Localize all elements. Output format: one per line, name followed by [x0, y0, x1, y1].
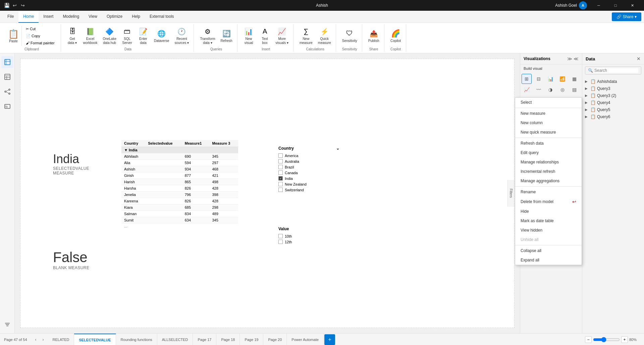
tab-allselected[interactable]: ALLSELECTED: [157, 334, 193, 345]
menu-refresh-data[interactable]: Refresh data: [515, 139, 582, 148]
viz-expand-icon[interactable]: ≫: [567, 56, 572, 61]
menu-new-column[interactable]: New column: [515, 118, 582, 128]
share-button[interactable]: 🔗 Share ▾: [612, 12, 641, 21]
canvas-area[interactable]: India SELECTEDVALUE Measure Country Sele…: [15, 53, 520, 333]
slicer-item-america[interactable]: America: [278, 153, 339, 158]
format-painter-button[interactable]: 🖌 Format painter: [24, 40, 57, 46]
sidebar-model-view[interactable]: [1, 86, 13, 98]
undo-icon[interactable]: ↩: [12, 3, 17, 8]
viz-donut-icon[interactable]: ◎: [557, 85, 568, 95]
add-page-button[interactable]: +: [324, 334, 335, 345]
tab-help[interactable]: Help: [127, 11, 145, 23]
menu-rename[interactable]: Rename: [515, 187, 582, 197]
cut-button[interactable]: ✂ Cut: [24, 26, 57, 32]
prev-page-button[interactable]: ‹: [33, 336, 39, 343]
tab-page20[interactable]: Page 20: [263, 334, 287, 345]
menu-view-hidden[interactable]: View hidden: [515, 226, 582, 235]
slicer-item-newzealand[interactable]: New Zealand: [278, 181, 339, 187]
sidebar-report-view[interactable]: [1, 56, 13, 68]
sidebar-dax-view[interactable]: fx: [1, 100, 13, 112]
tree-item-ashishdata[interactable]: ▶ 📋 Ashishdata: [582, 78, 644, 85]
viz-area-icon[interactable]: 〰: [534, 85, 544, 95]
copilot-button[interactable]: 🌈 Copilot: [388, 28, 403, 44]
slicer-item-10th[interactable]: 10th: [278, 233, 339, 239]
slicer-country[interactable]: Country ⌄ America Australia Brazil Canad…: [275, 143, 342, 196]
tab-related[interactable]: RELATED: [48, 334, 74, 345]
data-close-icon[interactable]: ✕: [637, 56, 641, 61]
user-info[interactable]: Ashish Goel A: [555, 1, 587, 9]
false-card[interactable]: False Blank Measure: [47, 244, 114, 276]
publish-button[interactable]: 📤 Publish: [366, 28, 381, 44]
menu-hide[interactable]: Hide: [515, 207, 582, 216]
checkbox-canada[interactable]: [278, 170, 283, 175]
viz-clustered-bar-icon[interactable]: ▦: [569, 74, 579, 84]
checkbox-10th[interactable]: [278, 234, 283, 238]
slicer-expand-icon[interactable]: ⌄: [336, 146, 339, 151]
slicer-item-india[interactable]: India: [278, 176, 339, 181]
menu-manage-aggregations[interactable]: Manage aggregations: [515, 176, 582, 186]
copy-button[interactable]: 📄 Copy: [24, 33, 57, 39]
viz-matrix-icon[interactable]: ⊟: [534, 74, 544, 84]
menu-mark-date-table[interactable]: Mark as date table: [515, 216, 582, 226]
save-icon[interactable]: 💾: [4, 3, 9, 8]
tab-optimize[interactable]: Optimize: [102, 11, 127, 23]
tab-rounding[interactable]: Rounding functions: [116, 334, 157, 345]
tab-selectedvalue[interactable]: SELECTEDVALUE: [74, 334, 116, 345]
slicer-item-australia[interactable]: Australia: [278, 158, 339, 164]
tab-insert[interactable]: Insert: [39, 11, 58, 23]
slicer-item-canada[interactable]: Canada: [278, 170, 339, 176]
tab-modeling[interactable]: Modeling: [58, 11, 84, 23]
onelake-button[interactable]: 🔷 OneLakedata hub: [101, 26, 118, 46]
tab-page17[interactable]: Page 17: [193, 334, 216, 345]
tab-file[interactable]: File: [3, 11, 18, 23]
tab-page19[interactable]: Page 19: [240, 334, 263, 345]
refresh-button[interactable]: 🔄 Refresh: [219, 28, 234, 44]
tree-item-query3-2[interactable]: ▶ 📋 Query3 (2): [582, 92, 644, 99]
transform-button[interactable]: ⚙ Transformdata ▾: [198, 26, 217, 46]
tab-view[interactable]: View: [84, 11, 102, 23]
viz-collapse-icon[interactable]: ≪: [574, 56, 579, 61]
checkbox-newzealand[interactable]: [278, 182, 283, 186]
search-input[interactable]: [594, 68, 638, 73]
slicer-item-brazil[interactable]: Brazil: [278, 164, 339, 170]
viz-treemap-icon[interactable]: ▤: [569, 85, 579, 95]
data-search-box[interactable]: 🔍: [585, 66, 641, 75]
menu-collapse-all[interactable]: Collapse all: [515, 246, 582, 255]
more-visuals-button[interactable]: 📈 Morevisuals ▾: [274, 26, 290, 46]
checkbox-12th[interactable]: [278, 240, 283, 244]
tree-item-query3[interactable]: ▶ 📋 Query3: [582, 85, 644, 92]
menu-new-quick-measure[interactable]: New quick measure: [515, 128, 582, 137]
filters-toggle[interactable]: Filters: [507, 180, 514, 207]
excel-button[interactable]: 📗 Excelworkbook: [81, 26, 100, 46]
quick-measure-button[interactable]: ⚡ Quickmeasure: [316, 26, 333, 46]
sql-button[interactable]: 🗃 SQLServer: [120, 26, 135, 46]
maximize-button[interactable]: □: [608, 0, 623, 11]
viz-bar-chart-icon[interactable]: 📊: [545, 74, 555, 84]
minimize-button[interactable]: ─: [591, 0, 606, 11]
menu-expand-all[interactable]: Expand all: [515, 255, 582, 265]
close-button[interactable]: ✕: [625, 0, 640, 11]
viz-stacked-bar-icon[interactable]: 📶: [557, 74, 568, 84]
tree-item-query4[interactable]: ▶ 📋 Query4: [582, 99, 644, 106]
checkbox-brazil[interactable]: [278, 165, 283, 169]
canvas[interactable]: India SELECTEDVALUE Measure Country Sele…: [20, 59, 515, 328]
zoom-slider[interactable]: [593, 337, 620, 342]
checkbox-america[interactable]: [278, 153, 283, 158]
checkbox-india[interactable]: [278, 176, 283, 181]
enter-data-button[interactable]: 📝 Enterdata: [136, 26, 151, 46]
slicer-item-switzerland[interactable]: Switzerland: [278, 187, 339, 193]
viz-table-icon[interactable]: ⊞: [522, 74, 532, 84]
slicer-item-12th[interactable]: 12th: [278, 239, 339, 245]
tab-home[interactable]: Home: [18, 11, 39, 23]
tab-page18[interactable]: Page 18: [216, 334, 240, 345]
tree-item-query6[interactable]: ▶ 📋 Query6: [582, 113, 644, 120]
dataverse-button[interactable]: 🌐 Dataverse: [152, 28, 171, 44]
tab-power-automate[interactable]: Power Automate: [287, 334, 324, 345]
zoom-in-button[interactable]: +: [621, 336, 628, 343]
new-visual-button[interactable]: 📊 Newvisual: [241, 26, 256, 46]
sidebar-table-view[interactable]: [1, 71, 13, 83]
table-visual[interactable]: Country Selectedvalue Measure1 Measure 3…: [121, 140, 238, 229]
zoom-out-button[interactable]: −: [585, 336, 592, 343]
next-page-button[interactable]: ›: [40, 336, 47, 343]
get-data-button[interactable]: 🗄 Getdata ▾: [65, 26, 80, 46]
